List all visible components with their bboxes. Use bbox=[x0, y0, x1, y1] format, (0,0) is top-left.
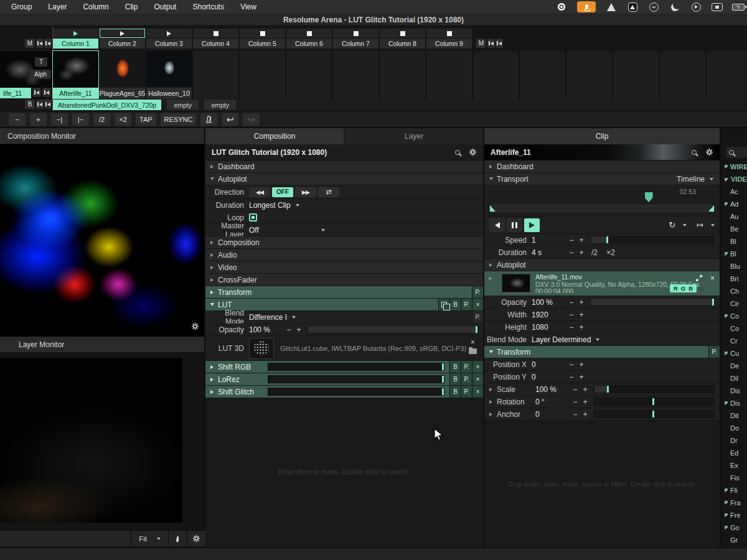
column-trigger-button[interactable] bbox=[333, 29, 378, 38]
clear-lut-icon[interactable]: × bbox=[471, 338, 475, 346]
redo-icon[interactable]: ↪ bbox=[243, 113, 260, 126]
section-dashboard[interactable]: Dashboard bbox=[484, 161, 720, 173]
effects-group-wire[interactable]: WIRE bbox=[721, 161, 747, 173]
clip-cell[interactable]: Halloween_10 bbox=[146, 51, 192, 98]
decrement-button[interactable]: − bbox=[570, 410, 580, 419]
column-label[interactable]: Column 1 bbox=[53, 39, 98, 49]
section-autopilot[interactable]: Autopilot bbox=[484, 259, 720, 271]
open-folder-icon[interactable] bbox=[469, 348, 477, 354]
layer-prev-clip-icon[interactable] bbox=[32, 88, 41, 97]
effects-item[interactable]: Co bbox=[721, 310, 747, 322]
increment-button[interactable]: + bbox=[576, 323, 586, 332]
increment-button[interactable]: + bbox=[576, 360, 586, 369]
effects-item[interactable]: Co bbox=[721, 322, 747, 335]
channel-b[interactable]: B bbox=[687, 285, 694, 292]
effect-row-lorez[interactable]: LoRezBP.× bbox=[205, 373, 483, 386]
blend-mode-dropdown[interactable]: Difference I bbox=[249, 313, 287, 322]
layer-mute-button[interactable]: M bbox=[25, 39, 35, 48]
tempo-button-[interactable]: + bbox=[30, 113, 47, 126]
rgb-channels-badge[interactable]: R G B bbox=[670, 284, 697, 292]
effects-item[interactable]: Ad bbox=[721, 198, 747, 210]
channel-r[interactable]: R bbox=[672, 285, 679, 292]
clip-source-header[interactable]: Afterlife_11.mov DXV 3.0 Normal Quality,… bbox=[484, 271, 720, 296]
vlc-cone-icon[interactable] bbox=[605, 1, 618, 12]
column-label[interactable]: Column 5 bbox=[240, 39, 285, 49]
section-transport[interactable]: Transport Timeline bbox=[484, 173, 720, 185]
group-mute-button[interactable]: M bbox=[476, 39, 486, 48]
column-label[interactable]: Column 2 bbox=[100, 39, 145, 49]
column-trigger-button[interactable] bbox=[286, 29, 332, 38]
tempo-button-[interactable]: |− bbox=[72, 113, 89, 126]
height-value[interactable]: 1080 bbox=[532, 323, 566, 332]
menu-item-layer[interactable]: Layer bbox=[48, 2, 67, 11]
increment-button[interactable]: + bbox=[576, 298, 586, 307]
pause-button[interactable] bbox=[507, 218, 522, 232]
composition-drop-area[interactable]: Drop effect or mask. Double click to sea… bbox=[205, 398, 483, 548]
play-button[interactable] bbox=[524, 218, 540, 232]
effect-opacity-slider[interactable] bbox=[268, 363, 444, 371]
decrement-button[interactable]: − bbox=[570, 398, 580, 406]
decrement-button[interactable]: − bbox=[284, 325, 294, 334]
effects-item[interactable]: Go bbox=[721, 521, 747, 534]
menu-item-view[interactable]: View bbox=[240, 2, 256, 11]
opacity-value[interactable]: 100 % bbox=[249, 325, 284, 334]
column-trigger-button[interactable] bbox=[380, 29, 425, 38]
column-label[interactable]: Column 8 bbox=[380, 39, 425, 49]
clip-thumbnail[interactable] bbox=[146, 51, 192, 87]
effect-row-shift-rgb[interactable]: Shift RGBBP.× bbox=[205, 361, 483, 373]
decrement-button[interactable]: − bbox=[566, 236, 576, 245]
layer-b-next-icon[interactable] bbox=[44, 100, 52, 109]
bypass-button[interactable]: B bbox=[449, 361, 461, 373]
column-trigger-button[interactable] bbox=[146, 29, 192, 38]
in-point-handle[interactable] bbox=[490, 205, 496, 212]
clip-label[interactable]: PlagueAges_65 bbox=[100, 88, 145, 98]
master-layer-dropdown[interactable]: Off bbox=[249, 226, 316, 235]
decrement-button[interactable]: − bbox=[566, 298, 576, 307]
loop-mode-dropdown[interactable]: ↻ bbox=[669, 220, 687, 230]
effects-item[interactable]: Gr bbox=[721, 534, 747, 546]
direction-backward-button[interactable]: ◀◀ bbox=[249, 187, 270, 197]
layer-alpha-button[interactable]: Alph bbox=[30, 70, 51, 79]
layer-b-prev-icon[interactable] bbox=[36, 100, 44, 109]
param-value[interactable]: 0 bbox=[535, 410, 570, 419]
increment-button[interactable]: + bbox=[576, 248, 586, 257]
metronome-icon[interactable] bbox=[200, 113, 217, 126]
params-button[interactable]: P. bbox=[708, 346, 720, 358]
close-icon[interactable]: × bbox=[472, 373, 483, 385]
section-composition[interactable]: Composition bbox=[205, 236, 483, 249]
tempo-button-2[interactable]: /2 bbox=[93, 113, 110, 126]
width-value[interactable]: 1920 bbox=[532, 310, 566, 319]
param-value[interactable]: 0 bbox=[532, 360, 566, 369]
decrement-button[interactable]: − bbox=[566, 373, 576, 381]
clip-thumbnail[interactable] bbox=[100, 51, 145, 87]
halve-duration-button[interactable]: /2 bbox=[586, 248, 603, 257]
effects-item[interactable]: Cir bbox=[721, 297, 747, 310]
tempo-button-RESYNC[interactable]: RESYNC bbox=[161, 113, 197, 126]
column-trigger-button[interactable] bbox=[240, 29, 285, 38]
effects-item[interactable]: Fis bbox=[721, 472, 747, 484]
clip-thumbnail[interactable] bbox=[53, 51, 98, 87]
speed-value[interactable]: 1 bbox=[532, 236, 566, 245]
double-duration-button[interactable]: ×2 bbox=[603, 248, 619, 257]
clip-label[interactable]: Afterlife_11 bbox=[53, 88, 98, 98]
param-slider[interactable] bbox=[594, 385, 715, 393]
params-button[interactable]: P. bbox=[472, 311, 483, 323]
effects-item[interactable]: Blu bbox=[721, 260, 747, 273]
effect-opacity-slider[interactable] bbox=[268, 388, 444, 396]
close-icon[interactable]: × bbox=[710, 274, 715, 282]
column-label[interactable]: Column 6 bbox=[286, 39, 332, 49]
effects-item[interactable]: Fli bbox=[721, 484, 747, 497]
effect-row-shift-glitch[interactable]: Shift GlitchBP.× bbox=[205, 386, 483, 398]
duration-dropdown[interactable]: Longest Clip bbox=[249, 201, 291, 210]
effect-opacity-slider[interactable] bbox=[268, 375, 444, 383]
touchbar-card-icon[interactable] bbox=[711, 1, 723, 12]
increment-button[interactable]: + bbox=[576, 310, 586, 319]
menu-item-group[interactable]: Group bbox=[11, 2, 32, 11]
battery-icon[interactable]: ϟ bbox=[732, 1, 745, 12]
decrement-button[interactable]: − bbox=[570, 385, 580, 394]
section-transform[interactable]: Transform P. bbox=[205, 286, 483, 299]
undo-icon[interactable]: ↩ bbox=[222, 113, 238, 126]
clip-label[interactable]: AbandonedPunkDoll_DXV3_720p bbox=[53, 100, 161, 110]
param-value[interactable]: 0 ° bbox=[535, 398, 570, 406]
params-button[interactable]: P. bbox=[461, 299, 472, 310]
